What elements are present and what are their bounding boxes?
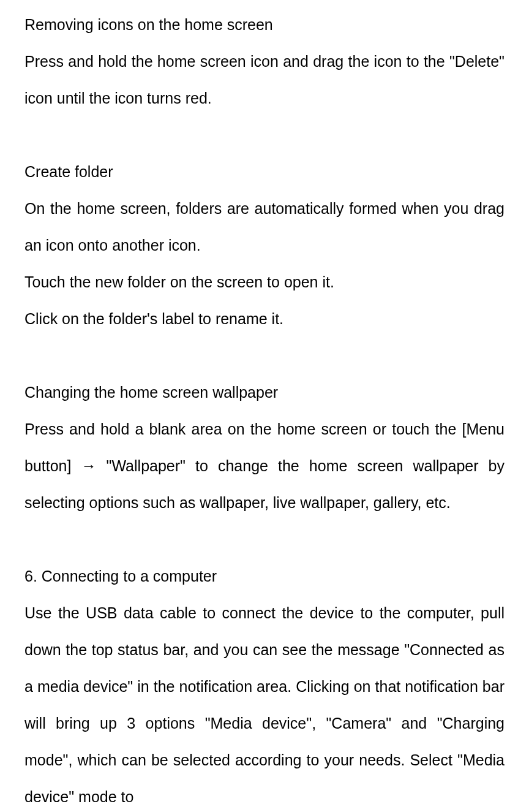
paragraph-create-folder-1: On the home screen, folders are automati… [24, 190, 505, 264]
paragraph-connecting-computer: Use the USB data cable to connect the de… [24, 594, 505, 812]
heading-removing-icons: Removing icons on the home screen [24, 6, 505, 43]
heading-connecting-computer: 6. Connecting to a computer [24, 558, 505, 594]
spacer [24, 337, 505, 374]
spacer [24, 521, 505, 558]
heading-create-folder: Create folder [24, 153, 505, 190]
section-removing-icons: Removing icons on the home screen Press … [24, 6, 505, 116]
section-wallpaper: Changing the home screen wallpaper Press… [24, 374, 505, 521]
heading-wallpaper: Changing the home screen wallpaper [24, 374, 505, 411]
section-connecting-computer: 6. Connecting to a computer Use the USB … [24, 558, 505, 812]
paragraph-create-folder-3: Click on the folder's label to rename it… [24, 300, 505, 337]
section-create-folder: Create folder On the home screen, folder… [24, 153, 505, 337]
paragraph-create-folder-2: Touch the new folder on the screen to op… [24, 264, 505, 300]
paragraph-removing-icons: Press and hold the home screen icon and … [24, 43, 505, 116]
paragraph-wallpaper: Press and hold a blank area on the home … [24, 411, 505, 521]
spacer [24, 116, 505, 153]
